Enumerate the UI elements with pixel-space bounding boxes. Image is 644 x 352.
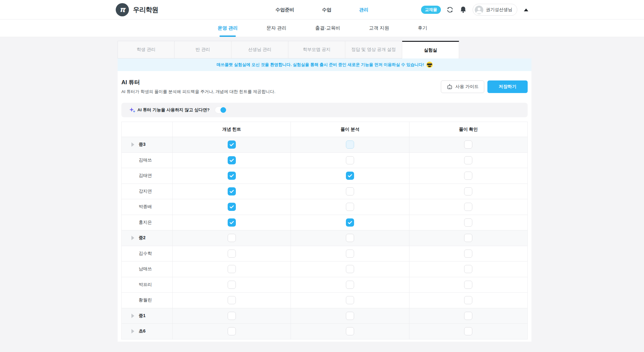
checkbox-solution-check-unchecked[interactable] — [464, 218, 472, 227]
checkbox-solution-check-unchecked[interactable] — [464, 172, 472, 180]
checkbox-solution-analysis-unchecked[interactable] — [346, 296, 354, 304]
checkbox-solution-check-unchecked[interactable] — [464, 140, 472, 149]
group-label: 중3 — [139, 142, 146, 147]
toggle-label: AI 튜터 기능을 사용하지 않고 싶다면? — [137, 107, 210, 113]
checkbox-solution-analysis-unchecked[interactable] — [346, 281, 354, 289]
expand-arrow-icon[interactable] — [131, 142, 134, 147]
group-row: 중2 — [122, 230, 528, 246]
subnav-item-1[interactable]: 문자 관리 — [266, 19, 286, 37]
student-row: 황월린 — [122, 293, 528, 308]
student-row: 김수학 — [122, 246, 528, 261]
cell-solution-check — [409, 230, 527, 246]
subnav-item-0[interactable]: 운영 관리 — [218, 19, 238, 37]
column-header-concept-hint: 개념 힌트 — [173, 122, 291, 137]
checkbox-concept-hint-unchecked[interactable] — [228, 312, 236, 320]
checkbox-concept-hint-checked[interactable] — [228, 172, 236, 180]
cell-solution-analysis — [291, 199, 409, 215]
checkbox-solution-analysis-unchecked[interactable] — [346, 327, 354, 335]
row-label-cell: 초6 — [122, 324, 173, 339]
tab-1[interactable]: 반 관리 — [175, 41, 231, 58]
cell-concept-hint — [173, 324, 291, 339]
row-label-cell: 박종배 — [122, 199, 173, 215]
checkbox-concept-hint-checked[interactable] — [228, 187, 236, 195]
checkbox-solution-analysis-unchecked[interactable] — [346, 234, 354, 242]
nav-item-2[interactable]: 관리 — [359, 7, 369, 13]
cell-solution-check — [409, 152, 527, 168]
row-label-cell: 황월린 — [122, 293, 173, 308]
table-header-row: 개념 힌트풀이 분석풀이 확인 — [122, 122, 528, 137]
checkbox-solution-check-unchecked[interactable] — [464, 296, 472, 304]
checkbox-concept-hint-unchecked[interactable] — [228, 234, 236, 242]
checkbox-solution-check-unchecked[interactable] — [464, 203, 472, 211]
checkbox-concept-hint-unchecked[interactable] — [228, 296, 236, 304]
checkbox-concept-hint-checked[interactable] — [228, 218, 236, 227]
checkbox-concept-hint-unchecked[interactable] — [228, 250, 236, 258]
checkbox-solution-check-unchecked[interactable] — [464, 156, 472, 164]
tab-3[interactable]: 학부모앱 공지 — [288, 41, 345, 58]
tab-4[interactable]: 정답 및 영상 공개 설정 — [345, 41, 402, 58]
checkbox-solution-analysis-unchecked[interactable] — [346, 312, 354, 320]
row-label-cell: 홍지은 — [122, 215, 173, 230]
settings-tabs: 학생 관리반 관리선생님 관리학부모앱 공지정답 및 영상 공개 설정실험실 — [118, 41, 644, 58]
cell-solution-analysis — [291, 308, 409, 324]
expand-arrow-icon[interactable] — [131, 329, 134, 333]
save-button[interactable]: 저장하기 — [487, 80, 528, 93]
row-label-cell: 강지연 — [122, 184, 173, 199]
student-name: 박종배 — [139, 204, 152, 210]
expand-arrow-icon[interactable] — [131, 314, 134, 318]
checkbox-concept-hint-unchecked[interactable] — [228, 327, 236, 335]
user-menu[interactable]: 권기성선생님 — [473, 4, 517, 16]
column-header-solution-analysis: 풀이 분석 — [291, 122, 409, 137]
cell-solution-analysis — [291, 277, 409, 293]
cell-solution-check — [409, 215, 527, 230]
checkbox-solution-check-unchecked[interactable] — [464, 312, 472, 320]
student-name: 박프리 — [139, 282, 152, 288]
checkbox-solution-check-unchecked[interactable] — [464, 250, 472, 258]
checkbox-concept-hint-unchecked[interactable] — [228, 281, 236, 289]
checkbox-solution-analysis-unchecked[interactable] — [346, 265, 354, 273]
nav-item-1[interactable]: 수업 — [322, 7, 331, 13]
student-name: 김태연 — [139, 173, 152, 179]
nav-item-0[interactable]: 수업준비 — [275, 7, 294, 13]
notification-bell-icon[interactable] — [460, 6, 467, 14]
logo-pi-icon: π — [116, 3, 129, 16]
checkbox-solution-analysis-checked[interactable] — [346, 218, 354, 227]
robot-icon — [447, 84, 453, 90]
refresh-icon[interactable] — [446, 6, 454, 14]
tab-5[interactable]: 실험실 — [402, 41, 459, 58]
checkbox-solution-analysis-unchecked[interactable] — [346, 187, 354, 195]
cell-concept-hint — [173, 152, 291, 168]
checkbox-solution-check-unchecked[interactable] — [464, 327, 472, 335]
bookstore-badge[interactable]: 교재몰 — [421, 6, 441, 14]
checkbox-concept-hint-checked[interactable] — [228, 156, 236, 164]
logo[interactable]: π 우리학원 — [116, 0, 158, 19]
usage-guide-button[interactable]: 사용 가이드 — [441, 80, 484, 93]
checkbox-solution-analysis-unchecked[interactable] — [346, 156, 354, 164]
checkbox-solution-analysis-unchecked[interactable] — [346, 250, 354, 258]
tab-2[interactable]: 선생님 관리 — [231, 41, 288, 58]
checkbox-solution-analysis-unchecked[interactable] — [346, 203, 354, 211]
checkbox-concept-hint-checked[interactable] — [228, 140, 236, 149]
ai-tutor-disable-toggle[interactable] — [215, 107, 227, 113]
subnav-item-3[interactable]: 고객 지원 — [369, 19, 389, 37]
cell-concept-hint — [173, 293, 291, 308]
subnav-item-2[interactable]: 출결·교육비 — [315, 19, 340, 37]
checkbox-solution-analysis-indeterminate[interactable] — [346, 140, 354, 149]
expand-arrow-icon[interactable] — [131, 236, 134, 240]
checkbox-solution-analysis-checked[interactable] — [346, 172, 354, 180]
checkbox-solution-check-unchecked[interactable] — [464, 265, 472, 273]
cell-concept-hint — [173, 168, 291, 184]
app-header: π 우리학원 수업준비수업관리 교재몰 — [0, 0, 644, 19]
checkbox-concept-hint-unchecked[interactable] — [228, 265, 236, 273]
subnav-item-4[interactable]: 후기 — [418, 19, 427, 37]
checkbox-solution-check-unchecked[interactable] — [464, 187, 472, 195]
checkbox-concept-hint-checked[interactable] — [228, 203, 236, 211]
ai-tutor-section-head: AI 튜터 AI 튜터가 학생의 풀이를 분석해 피드백을 주거나, 개념에 대… — [118, 71, 531, 95]
chevron-up-icon[interactable] — [524, 8, 528, 11]
checkbox-solution-check-unchecked[interactable] — [464, 281, 472, 289]
content: 학생 관리반 관리선생님 관리학부모앱 공지정답 및 영상 공개 설정실험실 매… — [0, 41, 644, 342]
row-label-cell: 김수학 — [122, 246, 173, 261]
cell-solution-check — [409, 199, 527, 215]
tab-0[interactable]: 학생 관리 — [118, 41, 175, 58]
checkbox-solution-check-unchecked[interactable] — [464, 234, 472, 242]
